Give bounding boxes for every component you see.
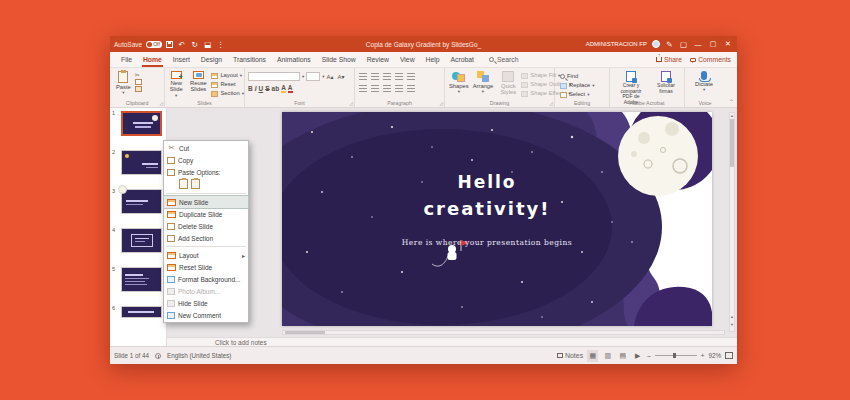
font-name-input[interactable] <box>248 72 300 81</box>
paste-button[interactable]: Paste ▾ <box>114 70 133 97</box>
text-highlight-icon[interactable]: A <box>281 84 286 93</box>
autosave-toggle[interactable]: Off <box>146 41 162 48</box>
menu-item-layout[interactable]: Layout▸ <box>164 249 248 261</box>
zoom-slider-knob[interactable] <box>673 353 676 358</box>
slide-thumbnail-6[interactable] <box>121 306 162 318</box>
slide-thumbnail-4[interactable] <box>121 228 162 253</box>
minimize-button[interactable]: — <box>693 41 703 48</box>
tab-animations[interactable]: Animations <box>272 52 316 67</box>
maximize-button[interactable]: ▢ <box>708 40 718 48</box>
arrange-button[interactable]: Arrange ▾ <box>471 70 496 97</box>
close-button[interactable]: ✕ <box>723 40 733 48</box>
save-icon[interactable] <box>166 41 173 48</box>
zoom-slider[interactable] <box>655 355 697 356</box>
accessibility-icon[interactable] <box>155 353 161 359</box>
replace-button[interactable]: Replace▾ <box>560 82 609 90</box>
line-spacing-icon[interactable] <box>407 73 415 80</box>
font-size-input[interactable] <box>306 72 320 81</box>
font-name-dropdown-icon[interactable]: ▾ <box>302 74 304 79</box>
numbering-icon[interactable] <box>371 73 379 80</box>
align-left-icon[interactable] <box>359 85 367 92</box>
format-painter-icon[interactable] <box>135 86 142 92</box>
drawing-dialog-launcher[interactable]: ◿ <box>550 101 553 106</box>
menu-item-format-background[interactable]: Format Background... <box>164 273 248 285</box>
slide-sorter-view-button[interactable]: ▥ <box>602 350 613 362</box>
paragraph-dialog-launcher[interactable]: ◿ <box>440 101 443 106</box>
start-slideshow-icon[interactable]: ⬓ <box>203 40 212 49</box>
language-indicator[interactable]: English (United States) <box>167 352 231 359</box>
previous-slide-icon[interactable]: ▲ <box>730 314 734 319</box>
notes-toggle-button[interactable]: Notes <box>557 350 583 362</box>
columns-icon[interactable] <box>407 85 415 92</box>
decrease-font-size-icon[interactable]: A▾ <box>338 73 345 80</box>
search-box[interactable]: Search <box>489 56 519 63</box>
pen-icon[interactable]: ✎ <box>665 40 674 49</box>
menu-item-paste-options[interactable]: Paste Options: <box>164 166 248 178</box>
horizontal-scrollbar[interactable] <box>282 330 725 335</box>
vertical-scrollbar-thumb[interactable] <box>730 119 734 167</box>
zoom-out-icon[interactable]: – <box>647 352 651 359</box>
tab-file[interactable]: File <box>116 52 137 67</box>
notes-pane[interactable]: Click to add notes <box>167 337 737 346</box>
italic-icon[interactable]: I <box>255 85 257 92</box>
tab-insert[interactable]: Insert <box>168 52 195 67</box>
tab-help[interactable]: Help <box>421 52 445 67</box>
menu-item-new-slide[interactable]: New Slide <box>164 196 248 208</box>
dictate-button[interactable]: Dictate ▾ <box>693 70 715 94</box>
avatar[interactable] <box>652 40 660 48</box>
quick-access-more-icon[interactable]: ⋮ <box>216 40 225 49</box>
slide-canvas[interactable]: Hello creativity! Here is where your pre… <box>282 112 712 326</box>
fit-slide-icon[interactable] <box>725 352 733 359</box>
section-button[interactable]: Section▾ <box>211 90 244 98</box>
account-name[interactable]: ADMINISTRACION FP <box>586 41 647 47</box>
font-size-dropdown-icon[interactable]: ▾ <box>322 74 324 79</box>
reset-button[interactable]: Reset <box>211 81 244 89</box>
slide-title-line2[interactable]: creativity! <box>312 198 662 219</box>
next-slide-icon[interactable]: ▼ <box>730 322 734 327</box>
menu-item-hide-slide[interactable]: Hide Slide <box>164 297 248 309</box>
zoom-level[interactable]: 92% <box>708 352 721 359</box>
menu-item-cut[interactable]: ✂Cut <box>164 142 248 154</box>
clipboard-dialog-launcher[interactable]: ◿ <box>160 101 163 106</box>
reuse-slides-button[interactable]: Reuse Slides <box>185 70 211 100</box>
menu-item-delete-slide[interactable]: Delete Slide <box>164 220 248 232</box>
layout-button[interactable]: Layout▾ <box>211 72 244 80</box>
tab-review[interactable]: Review <box>362 52 394 67</box>
menu-item-new-comment[interactable]: New Comment <box>164 309 248 321</box>
menu-item-reset-slide[interactable]: Reset Slide <box>164 261 248 273</box>
collapse-ribbon-icon[interactable]: ⌃ <box>729 98 734 105</box>
strikethrough-icon[interactable]: S <box>265 85 269 92</box>
scroll-up-icon[interactable]: ▲ <box>730 113 734 118</box>
find-button[interactable]: Find <box>560 73 609 81</box>
slide-thumbnail-2[interactable] <box>121 150 162 175</box>
select-button[interactable]: Select▾ <box>560 91 609 99</box>
slide-subtitle[interactable]: Here is where your presentation begins <box>312 238 662 247</box>
comments-button[interactable]: Comments <box>690 56 731 63</box>
align-center-icon[interactable] <box>371 85 379 92</box>
increase-font-size-icon[interactable]: A▴ <box>327 73 334 80</box>
zoom-in-icon[interactable]: + <box>701 352 705 359</box>
menu-item-add-section[interactable]: Add Section <box>164 232 248 244</box>
font-dialog-launcher[interactable]: ◿ <box>350 101 353 106</box>
shapes-button[interactable]: Shapes ▾ <box>447 70 471 97</box>
justify-icon[interactable] <box>395 85 403 92</box>
copy-icon[interactable] <box>135 79 142 85</box>
redo-icon[interactable]: ↻ <box>190 40 199 49</box>
slide-title-line1[interactable]: Hello <box>312 172 662 192</box>
slide-thumbnail-5[interactable] <box>121 267 162 292</box>
new-slide-button[interactable]: New Slide ▾ <box>167 70 185 100</box>
font-color-icon[interactable]: A <box>288 84 293 93</box>
menu-item-duplicate-slide[interactable]: Duplicate Slide <box>164 208 248 220</box>
tab-view[interactable]: View <box>395 52 420 67</box>
paste-use-destination-theme-option[interactable] <box>179 179 188 189</box>
share-button[interactable]: Share <box>656 56 682 63</box>
paste-picture-option[interactable] <box>191 179 200 189</box>
slide-thumbnail-3[interactable] <box>121 189 162 214</box>
reading-view-button[interactable]: ▤ <box>617 350 628 362</box>
ribbon-options-icon[interactable]: ▢ <box>679 40 688 49</box>
decrease-indent-icon[interactable] <box>383 73 391 80</box>
slide-thumbnail-1[interactable] <box>121 111 162 136</box>
character-spacing-icon[interactable]: ab <box>272 85 280 92</box>
bullets-icon[interactable] <box>359 73 367 80</box>
cut-icon[interactable]: ✂ <box>135 72 142 78</box>
